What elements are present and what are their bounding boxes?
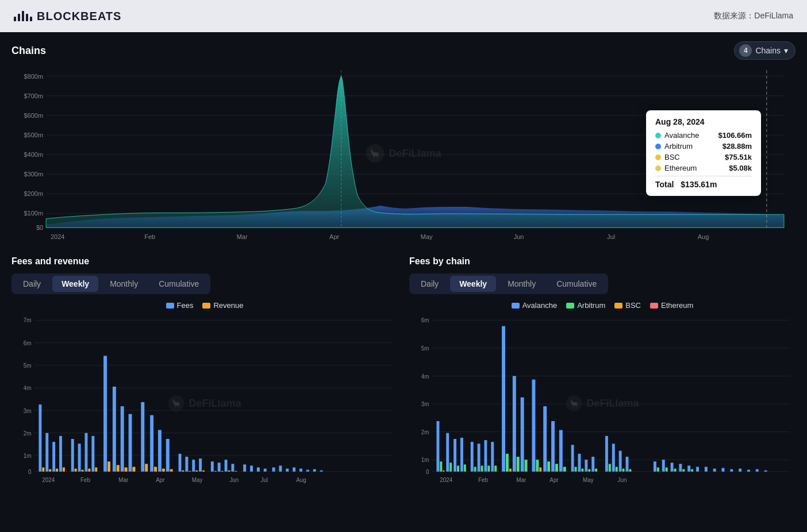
fees-by-chain-title: Fees by chain [409, 256, 796, 267]
svg-rect-133 [460, 438, 463, 472]
svg-rect-52 [71, 439, 74, 472]
svg-text:Jun: Jun [514, 233, 524, 240]
bsc-dot [655, 155, 661, 160]
svg-rect-91 [235, 471, 237, 472]
svg-rect-148 [521, 398, 524, 472]
svg-rect-45 [42, 468, 44, 472]
tab-monthly-chain[interactable]: Monthly [498, 276, 545, 292]
svg-text:$600m: $600m [24, 112, 43, 119]
svg-rect-177 [662, 460, 665, 472]
svg-rect-128 [443, 471, 444, 472]
svg-text:Apr: Apr [329, 233, 339, 240]
svg-rect-149 [525, 460, 528, 472]
svg-rect-139 [484, 440, 487, 472]
svg-text:Mar: Mar [516, 477, 527, 483]
tooltip-row-arbitrum: Arbitrum $28.88m [655, 142, 752, 151]
svg-rect-77 [182, 471, 184, 472]
svg-rect-95 [264, 469, 267, 472]
chart-tooltip: Aug 28, 2024 Avalanche $106.66m Arbitrum… [646, 110, 761, 196]
svg-rect-103 [320, 471, 323, 472]
svg-rect-51 [63, 468, 65, 472]
svg-rect-169 [612, 444, 615, 472]
area-chart: $800m $700m $600m $500m $400m $300m $200… [11, 64, 796, 242]
chains-title: Chains [11, 45, 46, 57]
svg-rect-59 [95, 468, 97, 472]
svg-rect-190 [739, 469, 741, 472]
svg-rect-70 [150, 415, 153, 472]
svg-rect-62 [113, 387, 116, 472]
tab-monthly-fees[interactable]: Monthly [101, 276, 147, 292]
fees-by-chain-section: Fees by chain Daily Weekly Monthly Cumul… [409, 256, 796, 492]
svg-text:2m: 2m [421, 429, 429, 435]
svg-rect-189 [730, 469, 733, 472]
tooltip-avalanche-label: Avalanche [664, 131, 714, 140]
logo-text: BLOCKBEATS [37, 10, 121, 23]
tab-cumulative-chain[interactable]: Cumulative [547, 276, 606, 292]
svg-rect-131 [454, 439, 456, 472]
svg-rect-94 [257, 468, 260, 472]
svg-rect-86 [218, 462, 221, 472]
revenue-legend-color [202, 303, 210, 309]
svg-rect-78 [185, 457, 188, 472]
tooltip-row-ethereum: Ethereum $5.08k [655, 164, 752, 172]
svg-text:$700m: $700m [24, 92, 43, 99]
svg-rect-99 [293, 468, 295, 472]
svg-rect-152 [539, 468, 541, 472]
legend-revenue: Revenue [202, 301, 243, 310]
legend-bsc: BSC [614, 301, 641, 310]
logo-icon [14, 11, 32, 21]
legend-ethereum: Ethereum [650, 301, 693, 310]
tab-weekly-fees[interactable]: Weekly [52, 276, 98, 292]
svg-rect-47 [49, 469, 51, 472]
svg-text:Mar: Mar [118, 477, 129, 483]
tooltip-ethereum-value: $5.08k [729, 164, 752, 172]
svg-text:3m: 3m [421, 401, 429, 407]
svg-rect-140 [487, 466, 490, 472]
chains-badge-label: Chains [755, 46, 781, 55]
legend-arbitrum: Arbitrum [566, 301, 605, 310]
svg-rect-68 [141, 402, 144, 472]
svg-rect-75 [170, 469, 173, 472]
svg-text:1m: 1m [421, 457, 429, 463]
svg-rect-168 [609, 464, 611, 471]
svg-rect-61 [107, 461, 110, 472]
svg-rect-82 [199, 458, 202, 472]
svg-rect-134 [464, 464, 466, 471]
fees-revenue-tabs: Daily Weekly Monthly Cumulative [11, 273, 210, 294]
svg-rect-56 [84, 433, 87, 472]
svg-rect-67 [132, 467, 135, 472]
svg-rect-55 [82, 470, 84, 472]
svg-text:Feb: Feb [478, 477, 488, 483]
svg-rect-50 [59, 436, 62, 472]
svg-rect-181 [679, 464, 682, 471]
svg-text:May: May [583, 477, 594, 483]
svg-rect-162 [581, 469, 583, 472]
svg-text:2024: 2024 [42, 477, 55, 483]
svg-text:5m: 5m [24, 363, 32, 369]
svg-rect-64 [121, 406, 124, 472]
svg-text:4m: 4m [24, 385, 32, 391]
svg-rect-179 [671, 462, 674, 472]
bottom-charts: Fees and revenue Daily Weekly Monthly Cu… [11, 256, 796, 492]
tab-daily-chain[interactable]: Daily [412, 276, 448, 292]
tooltip-bsc-label: BSC [664, 153, 721, 161]
svg-rect-186 [705, 467, 708, 472]
chains-badge-button[interactable]: 4 Chains ▾ [734, 41, 796, 60]
svg-rect-188 [722, 468, 725, 472]
svg-rect-185 [696, 467, 699, 472]
svg-rect-173 [626, 457, 629, 472]
svg-text:5m: 5m [421, 345, 429, 352]
svg-rect-145 [509, 469, 512, 472]
tab-daily-fees[interactable]: Daily [14, 276, 50, 292]
svg-text:0: 0 [426, 469, 429, 475]
tab-weekly-chain[interactable]: Weekly [450, 276, 496, 292]
svg-rect-92 [243, 464, 246, 471]
chain-bar-chart: 6m 5m 4m 3m 2m 1m 0 [409, 314, 796, 492]
svg-rect-144 [506, 454, 509, 472]
avalanche-legend-label: Avalanche [522, 301, 557, 310]
svg-text:$800m: $800m [24, 73, 43, 80]
svg-text:May: May [421, 233, 433, 240]
tab-cumulative-fees[interactable]: Cumulative [149, 276, 208, 292]
svg-text:2m: 2m [24, 430, 32, 437]
svg-rect-191 [747, 470, 750, 472]
